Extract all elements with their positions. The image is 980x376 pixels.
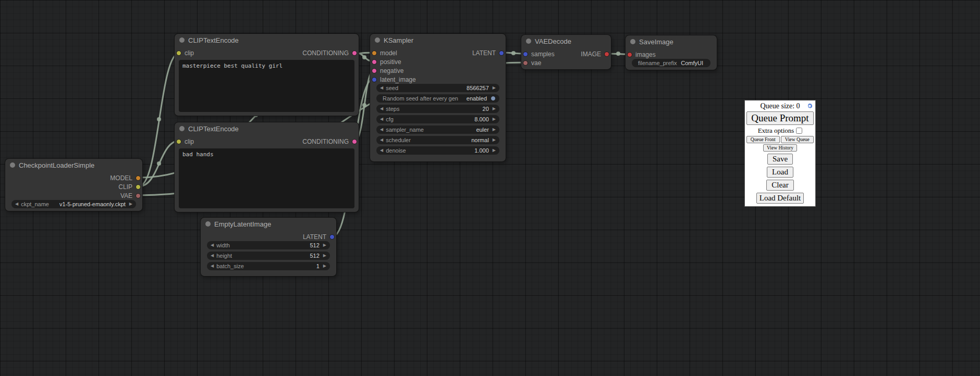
node-clip-text-encode-negative[interactable]: CLIPTextEncode clip CONDITIONING bad han…: [175, 122, 359, 212]
widget-value: 512: [310, 242, 319, 248]
widget-denoise[interactable]: ◀ denoise 1.000 ▶: [376, 146, 499, 155]
input-slot-clip[interactable]: [176, 51, 181, 56]
decrement-arrow-icon[interactable]: ◀: [211, 243, 214, 247]
node-save-image[interactable]: SaveImage images filename_prefix ComfyUI: [626, 35, 717, 70]
input-slot-positive[interactable]: [372, 59, 377, 65]
node-title-bar[interactable]: KSampler: [370, 34, 506, 46]
node-title-bar[interactable]: CLIPTextEncode: [175, 122, 359, 135]
decrement-arrow-icon[interactable]: ◀: [211, 264, 214, 268]
view-history-button[interactable]: View History: [763, 144, 797, 152]
increment-arrow-icon[interactable]: ▶: [493, 148, 496, 153]
collapse-dot-icon[interactable]: [179, 37, 185, 43]
collapse-dot-icon[interactable]: [375, 37, 380, 43]
increment-arrow-icon[interactable]: ▶: [493, 138, 496, 142]
output-slot-conditioning[interactable]: [352, 51, 357, 56]
output-slot-latent[interactable]: [329, 234, 335, 240]
widget-filename-prefix[interactable]: filename_prefix ComfyUI: [632, 59, 710, 67]
collapse-dot-icon[interactable]: [630, 39, 635, 44]
increment-arrow-icon[interactable]: ▶: [323, 243, 326, 247]
widget-random-seed-toggle[interactable]: Random seed after every gen enabled: [376, 94, 499, 103]
node-empty-latent-image[interactable]: EmptyLatentImage LATENT ◀ width 512 ▶ ◀ …: [201, 218, 336, 276]
widget-steps[interactable]: ◀ steps 20 ▶: [376, 105, 499, 113]
output-slot-model[interactable]: [136, 176, 141, 181]
decrement-arrow-icon[interactable]: ◀: [380, 117, 383, 121]
queue-front-button[interactable]: Queue Front: [746, 136, 780, 143]
output-slot-image[interactable]: [604, 52, 609, 57]
slot-row: images: [626, 50, 717, 59]
output-slot-conditioning[interactable]: [352, 139, 357, 144]
increment-arrow-icon[interactable]: ▶: [323, 254, 326, 258]
input-slot-latent-image[interactable]: [372, 77, 377, 82]
input-slot-model[interactable]: [372, 51, 377, 56]
input-slot-clip[interactable]: [176, 139, 181, 144]
settings-gear-icon[interactable]: [806, 103, 813, 109]
decrement-arrow-icon[interactable]: ◀: [380, 128, 383, 132]
extra-options-checkbox[interactable]: [796, 128, 802, 134]
decrement-arrow-icon[interactable]: ◀: [380, 148, 383, 153]
increment-arrow-icon[interactable]: ▶: [323, 264, 326, 268]
node-checkpoint-loader[interactable]: CheckpointLoaderSimple MODEL CLIP VAE ◀ …: [5, 159, 142, 211]
output-slot-latent[interactable]: [499, 51, 504, 56]
node-title-bar[interactable]: CheckpointLoaderSimple: [5, 159, 142, 171]
link-center-dot: [157, 117, 161, 121]
widget-value: v1-5-pruned-emaonly.ckpt: [59, 201, 126, 207]
input-slot-images[interactable]: [627, 52, 632, 57]
negative-prompt-textarea[interactable]: bad hands: [179, 148, 354, 208]
node-title-bar[interactable]: SaveImage: [626, 35, 717, 48]
widget-scheduler[interactable]: ◀ scheduler normal ▶: [376, 136, 499, 144]
load-button[interactable]: Load: [767, 167, 793, 178]
queue-prompt-button[interactable]: Queue Prompt: [746, 111, 814, 125]
widget-value: 1: [316, 263, 320, 269]
collapse-dot-icon[interactable]: [179, 126, 185, 131]
output-slot-clip[interactable]: [136, 184, 141, 190]
input-label-samples: samples: [531, 51, 555, 58]
decrement-arrow-icon[interactable]: ◀: [15, 202, 18, 206]
widget-height[interactable]: ◀ height 512 ▶: [207, 252, 330, 260]
widget-label: sampler_name: [386, 127, 424, 133]
increment-arrow-icon[interactable]: ▶: [129, 202, 132, 206]
output-label-model: MODEL: [110, 174, 132, 182]
node-clip-text-encode-positive[interactable]: CLIPTextEncode clip CONDITIONING masterp…: [175, 34, 359, 116]
toggle-indicator-icon[interactable]: [491, 96, 496, 101]
widget-sampler-name[interactable]: ◀ sampler_name euler ▶: [376, 126, 499, 134]
node-title-bar[interactable]: VAEDecode: [521, 35, 611, 47]
widget-batch-size[interactable]: ◀ batch_size 1 ▶: [207, 262, 330, 270]
widget-value: normal: [471, 137, 489, 143]
node-title-bar[interactable]: CLIPTextEncode: [175, 34, 359, 46]
node-graph-canvas[interactable]: CheckpointLoaderSimple MODEL CLIP VAE ◀ …: [0, 0, 980, 376]
input-slot-vae[interactable]: [523, 60, 528, 66]
input-slot-samples[interactable]: [523, 52, 528, 57]
decrement-arrow-icon[interactable]: ◀: [380, 107, 383, 111]
clear-button[interactable]: Clear: [766, 180, 793, 191]
widget-label: batch_size: [216, 263, 244, 269]
widget-seed[interactable]: ◀ seed 8566257 ▶: [376, 84, 499, 92]
decrement-arrow-icon[interactable]: ◀: [380, 86, 383, 90]
output-label-clip: CLIP: [118, 183, 132, 191]
save-button[interactable]: Save: [767, 154, 793, 165]
increment-arrow-icon[interactable]: ▶: [493, 107, 496, 111]
output-slot-vae[interactable]: [136, 193, 141, 198]
widget-label: denoise: [386, 147, 406, 154]
node-vae-decode[interactable]: VAEDecode samples IMAGE vae: [521, 35, 611, 69]
view-queue-button[interactable]: View Queue: [781, 136, 814, 143]
slot-row: LATENT: [201, 232, 336, 241]
positive-prompt-textarea[interactable]: masterpiece best quality girl: [179, 60, 354, 112]
widget-ckpt-name[interactable]: ◀ ckpt_name v1-5-pruned-emaonly.ckpt ▶: [11, 200, 136, 208]
input-label-latent-image: latent_image: [380, 76, 416, 83]
decrement-arrow-icon[interactable]: ◀: [211, 254, 214, 258]
collapse-dot-icon[interactable]: [526, 39, 531, 44]
widget-cfg[interactable]: ◀ cfg 8.000 ▶: [376, 115, 499, 123]
increment-arrow-icon[interactable]: ▶: [493, 86, 496, 90]
increment-arrow-icon[interactable]: ▶: [493, 117, 496, 121]
node-title-bar[interactable]: EmptyLatentImage: [201, 218, 336, 230]
load-default-button[interactable]: Load Default: [756, 193, 804, 204]
slot-row: negative: [370, 66, 506, 75]
input-slot-negative[interactable]: [372, 68, 377, 73]
widget-width[interactable]: ◀ width 512 ▶: [207, 241, 330, 249]
decrement-arrow-icon[interactable]: ◀: [380, 138, 383, 142]
collapse-dot-icon[interactable]: [205, 221, 211, 227]
widget-label: height: [216, 253, 232, 259]
collapse-dot-icon[interactable]: [10, 162, 15, 168]
node-ksampler[interactable]: KSampler model LATENT positive negative …: [370, 34, 506, 161]
increment-arrow-icon[interactable]: ▶: [493, 128, 496, 132]
